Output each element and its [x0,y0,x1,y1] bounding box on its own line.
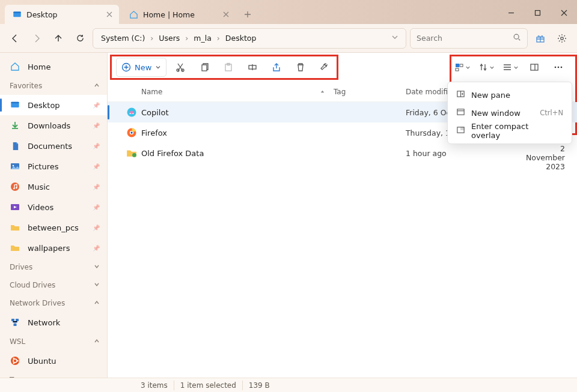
tab-home[interactable]: Home | Home [121,5,236,24]
sidebar-section-wsl[interactable]: WSL [0,333,107,351]
chevron-up-icon [94,82,100,90]
pin-icon: 📌 [93,122,100,129]
video-icon [10,202,20,213]
menu-item-new-pane[interactable]: New pane [450,86,569,104]
breadcrumb-segment[interactable]: System (C:) [99,32,147,44]
menu-item-label: Enter compact overlay [471,122,557,140]
file-name: Firefox [141,128,167,137]
column-name[interactable]: Name [141,88,162,96]
rename-button[interactable] [242,57,263,77]
sidebar-section-drives[interactable]: Drives [0,258,107,276]
svg-point-19 [17,360,19,362]
status-size: 139 B [249,381,270,390]
forward-button[interactable] [28,29,46,47]
file-name: Old Firefox Data [141,149,204,158]
svg-point-12 [16,187,17,189]
close-window-button[interactable] [551,1,577,24]
pin-icon: 📌 [93,184,100,190]
sidebar-item-home[interactable]: Home [0,56,107,77]
folder-icon [122,148,141,158]
breadcrumb-segment[interactable]: Users [157,32,182,44]
svg-rect-32 [460,64,463,67]
sidebar-item-music[interactable]: Music 📌 [0,176,107,197]
breadcrumb[interactable]: System (C:) › Users › m_la › Desktop [93,28,406,49]
sidebar-item-label: Pictures [28,162,58,171]
gift-icon[interactable] [531,29,549,47]
new-button[interactable]: New [116,58,166,77]
svg-rect-33 [456,68,459,71]
sidebar-item-ubuntu[interactable]: Ubuntu [0,351,107,371]
refresh-button[interactable] [71,29,89,47]
sidebar-item-label: between_pcs [28,223,79,232]
delete-button[interactable] [290,57,311,77]
sidebar-section-cloud[interactable]: Cloud Drives [0,276,107,294]
status-count: 3 items [141,381,168,390]
copy-button[interactable] [194,57,215,77]
pane-icon [456,89,465,100]
sidebar-section-tags[interactable]: Tags [0,371,107,378]
sidebar-item-videos[interactable]: Videos 📌 [0,197,107,217]
menu-item-label: New window [471,109,521,118]
close-icon[interactable] [105,10,114,19]
sidebar: Home Favorites Desktop 📌 Downloads 📌 Doc… [0,53,108,378]
chevron-up-icon [94,376,100,378]
sidebar-item-between-pcs[interactable]: between_pcs 📌 [0,217,107,238]
svg-rect-14 [11,319,14,321]
cut-button[interactable] [170,57,191,77]
properties-button[interactable] [314,57,335,77]
paste-button[interactable] [218,57,239,77]
search-icon[interactable] [513,33,521,43]
svg-rect-27 [202,65,207,71]
pin-icon: 📌 [93,102,100,109]
sidebar-item-downloads[interactable]: Downloads 📌 [0,115,107,136]
new-tab-button[interactable] [238,5,257,24]
menu-item-compact-overlay[interactable]: Enter compact overlay [450,122,569,140]
svg-point-9 [13,165,14,167]
share-button[interactable] [266,57,287,77]
sidebar-item-label: Videos [28,203,53,212]
column-tag[interactable]: Tag [334,88,346,96]
window-icon [456,107,465,118]
group-button[interactable] [476,57,496,77]
settings-icon[interactable] [553,29,571,47]
svg-rect-2 [535,10,540,15]
sidebar-item-wallpapers[interactable]: wallpapers 📌 [0,238,107,258]
sidebar-section-favorites[interactable]: Favorites [0,77,107,95]
network-icon [10,317,20,328]
back-button[interactable] [6,29,24,47]
desktop-icon [10,100,20,110]
menu-shortcut: Ctrl+N [540,109,563,117]
breadcrumb-segment[interactable]: Desktop [224,32,258,44]
maximize-button[interactable] [524,1,551,24]
preview-pane-button[interactable] [524,57,545,77]
picture-icon [10,161,20,172]
file-row[interactable]: Old Firefox Data 1 hour ago Thursday, 2 … [108,143,577,163]
sidebar-item-documents[interactable]: Documents 📌 [0,136,107,156]
sidebar-item-network[interactable]: Network [0,312,107,333]
chevron-down-icon[interactable] [391,34,402,43]
status-selected: 1 item selected [180,381,236,390]
svg-point-21 [13,363,15,364]
folder-icon [10,222,20,233]
more-button[interactable] [548,57,569,77]
up-button[interactable] [49,29,67,47]
minimize-button[interactable] [498,1,524,24]
chevron-down-icon [94,281,100,289]
sidebar-item-desktop[interactable]: Desktop 📌 [0,95,107,115]
svg-point-11 [13,188,15,190]
pin-icon: 📌 [93,245,100,252]
close-icon[interactable] [221,10,231,19]
document-icon [10,140,20,151]
sidebar-section-network[interactable]: Network Drives [0,294,107,312]
tab-label: Desktop [26,10,58,19]
sidebar-item-pictures[interactable]: Pictures 📌 [0,156,107,176]
svg-point-43 [132,153,136,157]
tab-desktop[interactable]: Desktop [5,5,119,24]
sort-button[interactable] [452,57,472,77]
svg-rect-1 [13,11,21,13]
menu-item-new-window[interactable]: New window Ctrl+N [450,104,569,122]
search-input[interactable] [417,34,501,43]
breadcrumb-segment[interactable]: m_la [192,32,213,44]
view-button[interactable] [500,57,521,77]
search-box[interactable] [410,28,528,49]
